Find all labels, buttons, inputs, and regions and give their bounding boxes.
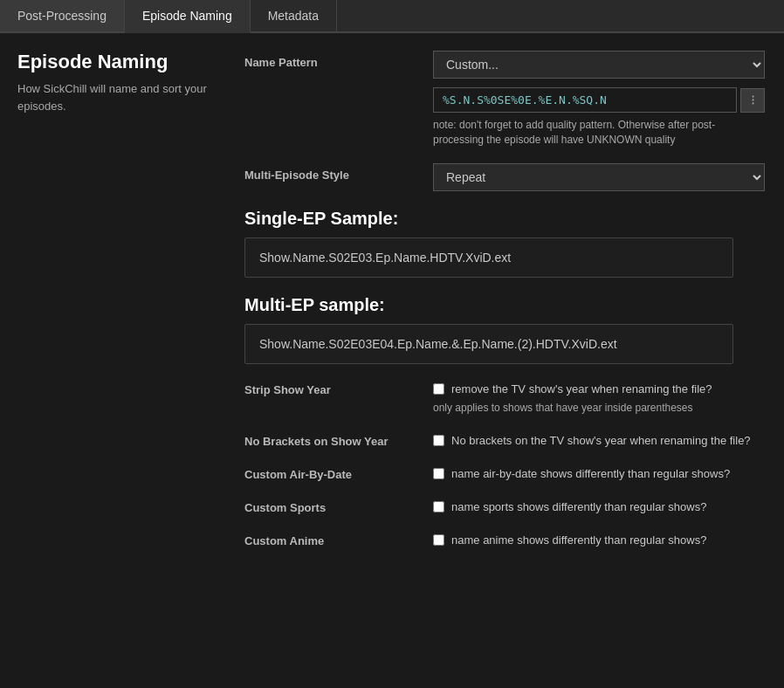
page-description: How SickChill will name and sort your ep… [17, 80, 227, 114]
multi-ep-section: Multi-EP sample: Show.Name.S02E03E04.Ep.… [244, 295, 767, 364]
custom-anime-desc: name anime shows differently than regula… [451, 533, 706, 548]
name-pattern-control: Custom... Default S01E02 1x02 Season 1/0… [433, 51, 767, 148]
single-ep-title: Single-EP Sample: [244, 209, 767, 229]
custom-sports-line: name sports shows differently than regul… [433, 499, 706, 515]
strip-show-year-checkbox[interactable] [433, 383, 444, 395]
custom-air-by-date-label: Custom Air-By-Date [244, 466, 419, 481]
tab-episode-naming[interactable]: Episode Naming [125, 0, 251, 33]
no-brackets-row: No Brackets on Show Year No brackets on … [244, 433, 767, 449]
name-pattern-row: Name Pattern Custom... Default S01E02 1x… [244, 51, 767, 148]
left-panel: Episode Naming How SickChill will name a… [17, 51, 227, 566]
custom-anime-checkbox[interactable] [433, 534, 444, 546]
strip-show-year-desc: remove the TV show's year when renaming … [451, 382, 712, 397]
custom-air-by-date-checkbox[interactable] [433, 468, 444, 479]
custom-anime-line: name anime shows differently than regula… [433, 533, 706, 548]
custom-anime-label: Custom Anime [244, 533, 419, 547]
multi-episode-row: Multi-Episode Style Repeat Duplicate Ext… [244, 163, 767, 191]
custom-air-by-date-line: name air-by-date shows differently than … [433, 466, 730, 482]
strip-show-year-row: Strip Show Year remove the TV show's yea… [244, 382, 767, 416]
multi-episode-label: Multi-Episode Style [244, 163, 419, 182]
pattern-list-icon[interactable]: ⁝ [740, 88, 765, 113]
custom-anime-control: name anime shows differently than regula… [433, 533, 706, 548]
no-brackets-desc: No brackets on the TV show's year when r… [451, 433, 751, 449]
strip-show-year-line: remove the TV show's year when renaming … [433, 382, 712, 397]
custom-anime-row: Custom Anime name anime shows differentl… [244, 533, 767, 548]
strip-show-year-label: Strip Show Year [244, 382, 419, 396]
strip-show-year-control: remove the TV show's year when renaming … [433, 382, 712, 416]
page-title: Episode Naming [17, 51, 227, 73]
no-brackets-control: No brackets on the TV show's year when r… [433, 433, 751, 449]
multi-episode-select[interactable]: Repeat Duplicate Extend Numbered Extend … [433, 163, 765, 191]
custom-sports-checkbox[interactable] [433, 501, 444, 513]
right-panel: Name Pattern Custom... Default S01E02 1x… [244, 51, 767, 566]
single-ep-sample: Show.Name.S02E03.Ep.Name.HDTV.XviD.ext [244, 237, 733, 278]
custom-sports-label: Custom Sports [244, 499, 419, 514]
multi-ep-title: Multi-EP sample: [244, 295, 767, 315]
no-brackets-label: No Brackets on Show Year [244, 433, 419, 448]
custom-air-by-date-control: name air-by-date shows differently than … [433, 466, 730, 482]
name-pattern-label: Name Pattern [244, 51, 419, 69]
custom-air-by-date-row: Custom Air-By-Date name air-by-date show… [244, 466, 767, 482]
pattern-note: note: don't forget to add quality patter… [433, 118, 765, 148]
main-content: Episode Naming How SickChill will name a… [0, 33, 784, 583]
no-brackets-checkbox[interactable] [433, 435, 444, 446]
custom-air-by-date-desc: name air-by-date shows differently than … [451, 466, 730, 482]
tab-bar: Post-Processing Episode Naming Metadata [0, 0, 784, 33]
no-brackets-line: No brackets on the TV show's year when r… [433, 433, 751, 449]
name-pattern-select[interactable]: Custom... Default S01E02 1x02 Season 1/0… [433, 51, 765, 79]
custom-sports-control: name sports shows differently than regul… [433, 499, 706, 515]
pattern-input[interactable] [433, 87, 737, 113]
multi-episode-control: Repeat Duplicate Extend Numbered Extend … [433, 163, 767, 191]
single-ep-section: Single-EP Sample: Show.Name.S02E03.Ep.Na… [244, 209, 767, 278]
pattern-input-wrapper: ⁝ [433, 87, 765, 113]
custom-sports-desc: name sports shows differently than regul… [451, 499, 706, 515]
custom-sports-row: Custom Sports name sports shows differen… [244, 499, 767, 515]
tab-metadata[interactable]: Metadata [251, 0, 337, 31]
strip-show-year-subdesc: only applies to shows that have year ins… [433, 401, 712, 416]
multi-ep-sample: Show.Name.S02E03E04.Ep.Name.&.Ep.Name.(2… [244, 324, 733, 364]
tab-post-processing[interactable]: Post-Processing [0, 0, 125, 31]
